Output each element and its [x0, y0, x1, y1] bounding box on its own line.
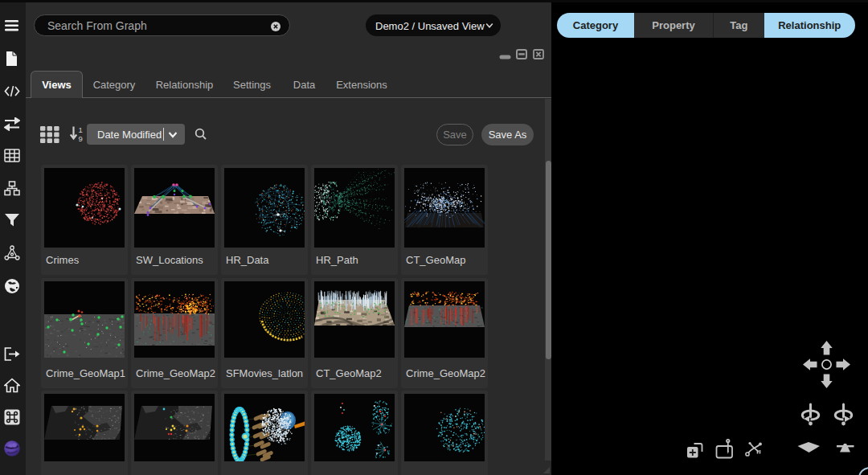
svg-text:1: 1 [79, 125, 83, 134]
svg-text:9: 9 [79, 134, 83, 143]
